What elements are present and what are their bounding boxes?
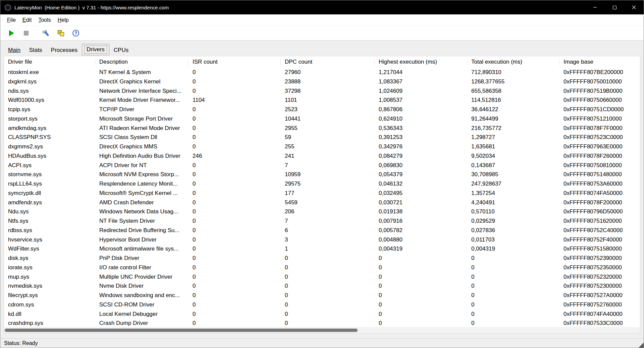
table-cell: 0	[189, 207, 281, 216]
table-cell: Microsoft antimalware file sys...	[95, 244, 189, 254]
table-row[interactable]: tcpip.sysTCP/IP Driver025230,86780636,64…	[4, 105, 640, 114]
column-header-image-base[interactable]: Image base	[559, 56, 640, 68]
menu-item-tools[interactable]: Tools	[35, 17, 54, 23]
table-cell: 0,004319	[467, 244, 559, 254]
start-monitor-button[interactable]	[6, 27, 17, 39]
table-cell: Crash Dump Driver	[95, 319, 189, 328]
table-cell: 0xFFFFF807963E0000	[559, 142, 640, 151]
table-row[interactable]: disk.sysPnP Disk Driver00000xFFFFF807523…	[4, 254, 640, 263]
menu-item-file[interactable]: File	[4, 17, 19, 23]
column-header-total-execution-ms[interactable]: Total execution (ms)	[467, 56, 559, 68]
copy-report-button[interactable]	[55, 27, 67, 39]
table-row[interactable]: rdbss.sysRedirected Drive Buffering Su..…	[4, 226, 640, 235]
table-cell: 0xFFFFF80752F40000	[559, 235, 640, 245]
table-row[interactable]: iorate.sysI/O rate control Filter00000xF…	[4, 263, 640, 272]
table-cell: 0	[375, 319, 467, 328]
table-row[interactable]: ntoskrnl.exeNT Kernel & System0279601,21…	[4, 68, 640, 77]
table-row[interactable]: crashdmp.sysCrash Dump Driver00000xFFFFF…	[4, 319, 640, 328]
table-cell: Nvme Disk Driver	[95, 281, 189, 291]
table-row[interactable]: filecrypt.sysWindows sandboxing and enc.…	[4, 291, 640, 300]
column-header-description[interactable]: Description	[95, 56, 189, 68]
table-cell: 177	[281, 189, 375, 198]
tab-main[interactable]: Main	[4, 45, 25, 55]
table-cell: 0	[375, 272, 467, 282]
table-cell: Wdf01000.sys	[4, 95, 95, 105]
table-cell: DirectX Graphics MMS	[95, 142, 189, 151]
table-cell: 1,635681	[467, 142, 559, 151]
table-row[interactable]: storport.sysMicrosoft Storage Port Drive…	[4, 114, 640, 124]
table-cell: 10959	[281, 170, 375, 179]
table-cell: 241	[281, 151, 375, 161]
table-cell: 655,586358	[467, 86, 559, 96]
table-cell: 0	[189, 281, 281, 291]
table-row[interactable]: ACPI.sysACPI Driver for NT070,0698300,14…	[4, 161, 640, 170]
table-cell: NT File System Driver	[95, 216, 189, 226]
table-row[interactable]: mup.sysMultiple UNC Provider Driver00000…	[4, 272, 640, 282]
table-cell: 36,646122	[467, 105, 559, 114]
table-cell: NT Kernel & System	[95, 68, 189, 77]
table-cell: WdFilter.sys	[4, 244, 95, 254]
table-cell: 30,708985	[467, 170, 559, 179]
table-cell: Microsoft Storage Port Driver	[95, 114, 189, 124]
tab-processes[interactable]: Processes	[47, 45, 82, 55]
table-cell: 1268,377655	[467, 77, 559, 86]
table-row[interactable]: kd.dllLocal Kernel Debugger00000xFFFFF80…	[4, 309, 640, 319]
table-cell: 0	[281, 281, 375, 291]
table-cell: Microsoft NVM Express Storp...	[95, 170, 189, 179]
column-header-highest-execution-ms[interactable]: Highest execution (ms)	[375, 56, 467, 68]
minimize-button[interactable]	[585, 0, 605, 14]
resize-grip[interactable]	[639, 343, 644, 348]
scrollbar-thumb[interactable]	[5, 329, 358, 332]
menu-item-help[interactable]: Help	[54, 17, 72, 23]
minimize-icon	[593, 5, 597, 9]
menu-item-edit[interactable]: Edit	[19, 17, 35, 23]
table-row[interactable]: Ntfs.sysNT File System Driver070,0079160…	[4, 216, 640, 226]
status-bar: Status: Ready	[0, 338, 644, 348]
table-row[interactable]: Ndu.sysWindows Network Data Usag...02060…	[4, 207, 640, 216]
table-cell: 0,342976	[375, 142, 467, 151]
tab-drivers[interactable]: Drivers	[82, 44, 109, 55]
table-row[interactable]: rspLLL64.sysResplendence Latency Monit..…	[4, 179, 640, 189]
table-row[interactable]: hvservice.sysHypervisor Boot Driver030,0…	[4, 235, 640, 245]
table-cell: 59	[281, 133, 375, 142]
stop-monitor-button[interactable]	[20, 27, 32, 39]
table-row[interactable]: dxgmms2.sysDirectX Graphics MMS02550,342…	[4, 142, 640, 151]
table-row[interactable]: ndis.sysNetwork Driver Interface Speci..…	[4, 86, 640, 96]
table-cell: 0xFFFFF807BE200000	[559, 68, 640, 77]
table-row[interactable]: HDAudBus.sysHigh Definition Audio Bus Dr…	[4, 151, 640, 161]
table-cell: 1,083367	[375, 77, 467, 86]
table-cell: 0,143687	[467, 161, 559, 170]
table-cell: Ndu.sys	[4, 207, 95, 216]
table-row[interactable]: Wdf01000.sysKernel Mode Driver Framewor.…	[4, 95, 640, 105]
table-row[interactable]: cdrom.sysSCSI CD-ROM Driver00000xFFFFF80…	[4, 300, 640, 309]
column-header-driver-file[interactable]: Driver file	[4, 56, 95, 68]
table-row[interactable]: WdFilter.sysMicrosoft antimalware file s…	[4, 244, 640, 254]
table-cell: 0,004319	[375, 244, 467, 254]
table-row[interactable]: dxgkrnl.sysDirectX Graphics Kernel023888…	[4, 77, 640, 86]
close-button[interactable]	[624, 0, 644, 14]
column-header-dpc-count[interactable]: DPC count	[281, 56, 375, 68]
horizontal-scrollbar[interactable]	[4, 327, 640, 333]
table-cell: Resplendence Latency Monit...	[95, 179, 189, 189]
table-row[interactable]: amdkmdag.sysATI Radeon Kernel Mode Drive…	[4, 124, 640, 133]
drivers-table: Driver fileDescriptionISR countDPC count…	[4, 56, 640, 333]
options-button[interactable]	[41, 27, 52, 39]
tab-stats[interactable]: Stats	[25, 45, 47, 55]
maximize-button[interactable]	[605, 0, 624, 14]
tab-label: Main	[8, 47, 20, 53]
table-cell: SCSI Class System Dll	[95, 133, 189, 142]
table-row[interactable]: symcryptk.dllMicrosoft® SymCrypt Kernel …	[4, 189, 640, 198]
table-cell: CLASSPNP.SYS	[4, 133, 95, 142]
tab-cpus[interactable]: CPUs	[109, 45, 133, 55]
table-row[interactable]: amdfendr.sysAMD Crash Defender054590,030…	[4, 198, 640, 207]
table-cell: 0xFFFFF80751580000	[559, 244, 640, 254]
table-cell: 0	[467, 254, 559, 263]
help-button[interactable]: ?	[70, 27, 82, 39]
table-cell: 0	[189, 198, 281, 207]
column-header-isr-count[interactable]: ISR count	[189, 56, 281, 68]
table-row[interactable]: stornvme.sysMicrosoft NVM Express Storp.…	[4, 170, 640, 179]
table-row[interactable]: nvmedisk.sysNvme Disk Driver00000xFFFFF8…	[4, 281, 640, 291]
title-bar[interactable]: LatencyMon (Home Edition ) v 7.31 - http…	[0, 0, 644, 14]
table-cell: Network Driver Interface Speci...	[95, 86, 189, 96]
table-row[interactable]: CLASSPNP.SYSSCSI Class System Dll0590,39…	[4, 133, 640, 142]
